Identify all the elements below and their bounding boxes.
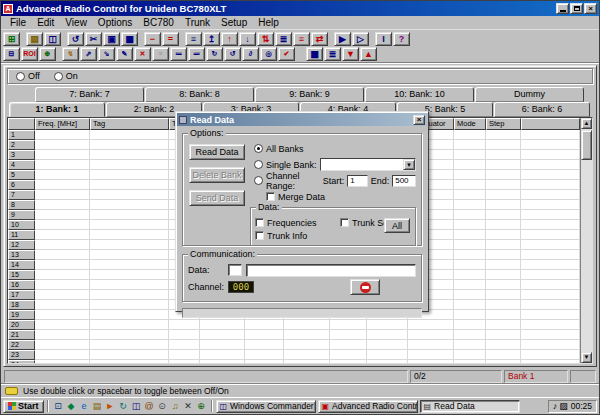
row-number[interactable]: 12 xyxy=(8,240,35,250)
cell-step[interactable] xyxy=(486,360,521,363)
row-number[interactable]: 5 xyxy=(8,170,35,180)
apply-icon[interactable]: ✔ xyxy=(278,47,295,61)
cell-tag[interactable] xyxy=(90,210,169,220)
cell-pldpl[interactable] xyxy=(330,350,367,360)
undo-icon[interactable]: ↺ xyxy=(67,32,84,46)
ql-save-icon[interactable]: ◫ xyxy=(130,400,143,413)
cell-tag[interactable] xyxy=(90,160,169,170)
cell-freq[interactable] xyxy=(35,180,90,190)
cell-attenuator[interactable] xyxy=(408,350,454,360)
tab-bank-8[interactable]: 8: Bank: 8 xyxy=(145,87,254,102)
cell-tag[interactable] xyxy=(90,250,169,260)
cell-freq[interactable] xyxy=(35,220,90,230)
row-number[interactable]: 14 xyxy=(8,260,35,270)
cell-tag[interactable] xyxy=(90,230,169,240)
grid-view-icon[interactable]: ▦ xyxy=(306,47,323,61)
scan-down-icon[interactable]: ▼ xyxy=(342,47,359,61)
cell-freq[interactable] xyxy=(35,140,90,150)
cell-step[interactable] xyxy=(486,290,521,300)
cell-delay[interactable] xyxy=(200,350,245,360)
cell-record[interactable] xyxy=(245,340,284,350)
cell-freq[interactable] xyxy=(35,310,90,320)
save-file-icon[interactable]: ◫ xyxy=(44,32,61,46)
partial-read-icon[interactable]: ∂ xyxy=(242,47,259,61)
cell-tag[interactable] xyxy=(90,220,169,230)
taskbar-clock[interactable]: 00:25 xyxy=(571,401,592,411)
menu-help[interactable]: Help xyxy=(253,17,284,28)
cell-freq[interactable] xyxy=(35,190,90,200)
row-number[interactable]: 10 xyxy=(8,220,35,230)
cell-tag[interactable] xyxy=(90,240,169,250)
row-number[interactable]: 19 xyxy=(8,310,35,320)
cell-lockout[interactable] xyxy=(367,330,408,340)
cell-step[interactable] xyxy=(486,240,521,250)
cell-freq[interactable] xyxy=(35,160,90,170)
tray-network-icon[interactable]: ▨ xyxy=(559,401,568,411)
cell-freq[interactable] xyxy=(35,290,90,300)
channel-last-icon[interactable]: ⇅ xyxy=(257,32,274,46)
task-windows-commander[interactable]: ◫ Windows Commander 3.50... xyxy=(216,400,316,413)
cell-freq[interactable] xyxy=(35,300,90,310)
merge-data-option[interactable]: Merge Data xyxy=(266,190,416,203)
cell-freq[interactable] xyxy=(35,280,90,290)
cell-mode[interactable] xyxy=(454,310,486,320)
cell-freq[interactable] xyxy=(35,320,90,330)
all-banks-option[interactable]: All Banks xyxy=(254,142,416,155)
cell-mode[interactable] xyxy=(454,280,486,290)
cell-tag[interactable] xyxy=(90,320,169,330)
cell-step[interactable] xyxy=(486,160,521,170)
cell-trunk[interactable] xyxy=(169,330,200,340)
cell-mode[interactable] xyxy=(454,140,486,150)
cell-step[interactable] xyxy=(486,150,521,160)
shift-right-icon[interactable]: ⇘ xyxy=(98,47,115,61)
cut-icon[interactable]: ✂ xyxy=(85,32,102,46)
frequencies-checkbox-icon[interactable] xyxy=(255,218,264,227)
line-view-icon[interactable]: ≣ xyxy=(324,47,341,61)
row-number[interactable]: 3 xyxy=(8,150,35,160)
cell-mode[interactable] xyxy=(454,190,486,200)
column-header[interactable]: Mode xyxy=(454,118,486,130)
connect-icon[interactable]: ⊞ xyxy=(3,32,20,46)
cell-mode[interactable] xyxy=(454,340,486,350)
read-data-button[interactable]: Read Data xyxy=(189,144,245,160)
ql-web-icon[interactable]: ⊕ xyxy=(195,400,208,413)
cell-attenuator[interactable] xyxy=(408,330,454,340)
start-button[interactable]: Start xyxy=(3,400,44,413)
channel-first-icon[interactable]: ≡ xyxy=(185,32,202,46)
open-file-icon[interactable]: ▤ xyxy=(26,32,43,46)
cell-step[interactable] xyxy=(486,330,521,340)
renumber-icon[interactable]: ≡ xyxy=(293,32,310,46)
list-settings-icon[interactable]: ≔ xyxy=(170,47,187,61)
inactive-lines-icon[interactable]: ≡ xyxy=(152,47,169,61)
cell-trunk[interactable] xyxy=(169,340,200,350)
cell-step[interactable] xyxy=(486,350,521,360)
cell-delay[interactable] xyxy=(200,330,245,340)
scroll-up-button[interactable]: ▲ xyxy=(581,118,592,129)
cell-tag[interactable] xyxy=(90,270,169,280)
start-input[interactable]: 1 xyxy=(347,175,368,187)
cell-delay[interactable] xyxy=(200,340,245,350)
cell-mode[interactable] xyxy=(454,250,486,260)
help-icon[interactable]: ? xyxy=(393,32,410,46)
cell-mode[interactable] xyxy=(454,230,486,240)
ql-ie-icon[interactable]: e xyxy=(78,400,91,413)
row-number[interactable]: 4 xyxy=(8,160,35,170)
cell-step[interactable] xyxy=(486,260,521,270)
cell-mode[interactable] xyxy=(454,320,486,330)
cell-step[interactable] xyxy=(486,220,521,230)
channel-range-option[interactable]: Channel Range: Start: 1 End: 500 xyxy=(254,174,416,187)
single-bank-option[interactable]: Single Bank: ▼ xyxy=(254,158,416,171)
row-number[interactable]: 22 xyxy=(8,340,35,350)
search-icon[interactable]: ◎ xyxy=(260,47,277,61)
cell-freq[interactable] xyxy=(35,260,90,270)
ql-media-icon[interactable]: ♫ xyxy=(169,400,182,413)
cell-step[interactable] xyxy=(486,140,521,150)
tray-volume-icon[interactable]: ♪ xyxy=(553,401,558,411)
cell-delay[interactable] xyxy=(200,360,245,363)
log-icon[interactable]: ROI xyxy=(21,47,38,61)
row-number[interactable]: 15 xyxy=(8,270,35,280)
scroll-thumb[interactable] xyxy=(581,130,592,160)
menu-trunk[interactable]: Trunk xyxy=(180,17,215,28)
cell-step[interactable] xyxy=(486,130,521,140)
trunk-info-checkbox-icon[interactable] xyxy=(255,231,264,240)
